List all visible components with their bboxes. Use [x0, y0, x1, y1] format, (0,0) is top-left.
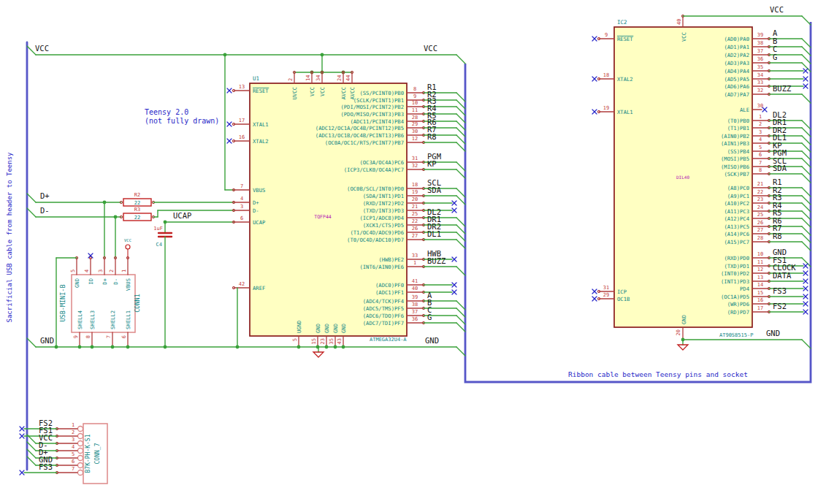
u1-footprint: TQFP44	[314, 214, 332, 220]
u1-pin-name: GND	[332, 324, 339, 333]
u1-pin-number: 31	[412, 156, 418, 161]
u1-pin-number: 33	[412, 253, 418, 259]
schematic-canvas: VCCVCCD+D-R222R322UCAP1uFC4VCCUSB-MINI-B…	[0, 0, 826, 504]
u1-pin-name: (XCK1/CTS)PD5	[363, 222, 404, 229]
r2-value: 22	[134, 200, 140, 206]
u1-pin-name: UVCC	[291, 87, 298, 99]
u1-pin-name: GND	[324, 324, 330, 333]
ic2-pin-number: 2	[759, 121, 762, 127]
ic2-pin-name: (A9)PC1	[727, 193, 749, 199]
u1-pin-number: 37	[412, 309, 418, 315]
u1-pin-name: (T0/OC4D/ADC10)PD7	[347, 237, 404, 243]
u1-pin-name: GND	[340, 324, 347, 333]
ic2-pin-number: 39	[757, 32, 763, 38]
ic2-pin-number: 13	[757, 275, 763, 280]
ic2-pin-name: ALE	[740, 107, 749, 113]
con1-pin-name: SHELL3	[89, 310, 96, 329]
ic2-pin-number: 31	[603, 285, 609, 291]
ic2-pin-name: GND	[681, 315, 687, 324]
ic2-pin-name: (AD4)PA4	[724, 68, 749, 75]
ic2-pin-name: (T0)PB0	[727, 118, 749, 124]
u1-pin-name: (PDI/MOSI/PCINT2)PB2	[340, 104, 404, 110]
ic2-pin-number: 10	[757, 251, 763, 257]
ic2-pin-number: 33	[757, 80, 763, 85]
ic2-pin-number: 17	[757, 305, 763, 311]
con1-pin-name: SHELL4	[77, 310, 83, 329]
ic2-pin-name: (A8)PC0	[727, 185, 749, 191]
ic2-pin-number: 38	[757, 40, 763, 46]
net-label-vcc: VCC	[770, 5, 784, 14]
ic2-pin-name: (RD)PD7	[727, 309, 749, 316]
net-label-gnd: GND	[425, 336, 439, 345]
conn7-pin-number: 4	[72, 444, 74, 450]
ic2-pin-name: (AD2)PA2	[724, 52, 749, 58]
ic2-pin-number: 30	[757, 103, 763, 109]
ic2-pin-name: XTAL2	[617, 76, 633, 83]
u1-pin-number: 28	[412, 115, 418, 121]
r2-ref: R2	[134, 192, 140, 198]
con1-pin-name: VBUS	[125, 278, 131, 291]
ic2-pin-number: 36	[757, 56, 763, 62]
net-label-sda: SDA	[773, 164, 787, 172]
ic2-pin-number: 6	[759, 152, 762, 158]
u1-pin-name: (ADC7/TDI)PF7	[363, 320, 404, 327]
ic2-ref: IC2	[617, 19, 627, 26]
u1-pin-number: 27	[412, 233, 418, 239]
net-label-buzz: BUZZ	[773, 84, 791, 93]
con1-ref: CONN1	[134, 294, 141, 313]
u1-pin-number: 25	[412, 211, 418, 217]
u1-pin-name: XTAL1	[253, 121, 269, 128]
ic2-pin-name: (AD0)PA0	[724, 36, 749, 42]
con1-pin-name: SHELL2	[110, 310, 116, 329]
u1-pin-name: VCC	[319, 87, 326, 96]
u1-pin-number: 23	[320, 338, 326, 344]
con1-pin-number: 1	[121, 270, 127, 272]
ic2-pin-name: (AD6)PA6	[724, 83, 749, 90]
junction-dot	[334, 345, 337, 349]
ic2-pin-number: 26	[757, 220, 763, 226]
u1-pin-number: 19	[412, 189, 418, 195]
ic2-pin-name: (A13)PC5	[724, 224, 749, 230]
ic2-pin-name: VCC	[681, 32, 687, 42]
con1-pin-number: 3	[98, 270, 104, 272]
net-label-fs3: FS3	[773, 286, 787, 295]
u1-pin-number: 14	[305, 75, 311, 81]
conn7-value: B7K-PH-K-S1	[85, 434, 91, 473]
junction-dot	[325, 345, 329, 349]
u1-pin-name: AVCC	[340, 87, 347, 99]
ic2-pin-name: (OC1A)PD5	[721, 294, 749, 300]
u1-pin-name: VCC	[309, 87, 316, 96]
con1-pin-number: 9	[73, 335, 79, 338]
u1-pin-number: 21	[412, 204, 418, 210]
ic2-pin-name: OC1B	[617, 296, 630, 302]
net-label-vcc: VCC	[35, 44, 49, 53]
u1-ref: U1	[253, 75, 259, 82]
ic2-pin-number: 29	[603, 292, 609, 298]
u1-pin-name: GND	[315, 324, 321, 333]
u1-pin-number: 40	[412, 286, 418, 291]
note-teensy: Teensy 2.0	[145, 108, 188, 116]
ic2-pin-number: 1	[759, 114, 762, 120]
net-label-buzz: BUZZ	[427, 256, 445, 265]
u1-pin-name: (ICP1/ADC8)PD4	[359, 215, 404, 221]
r3-ref: R3	[134, 207, 140, 213]
ic2-pin-name: (WR)PD6	[727, 301, 749, 308]
u1-pin-name: (OC3A/OC4A)PC6	[359, 159, 404, 166]
ic2-pin-name: (SCK)PB7	[724, 171, 749, 177]
net-label-gnd: GND	[766, 329, 780, 337]
ic2-pin-name: (T1)PB1	[727, 125, 749, 131]
u1-pin-number: 8	[413, 86, 416, 92]
ic2-pin-number: 24	[757, 205, 763, 210]
ic2-footprint: DIL40	[676, 175, 689, 180]
ic2-pin-name: (AD1)PA1	[724, 44, 749, 50]
u1-pin-name: (ADC5/TMS)PF5	[363, 305, 404, 312]
ic2-pin-name: (AD7)PA7	[724, 91, 749, 98]
net-label-g: G	[773, 53, 777, 61]
ic2-pin-number: 9	[605, 32, 608, 38]
ic2-pin-name: (TXD)PD1	[724, 263, 749, 270]
junction-dot	[342, 345, 345, 349]
u1-pin-number: 3	[240, 204, 243, 210]
u1-pin-name: (TXD/INT3)PD3	[363, 207, 404, 214]
note-teensy: (not fully drawn)	[145, 117, 219, 125]
ic2-pin-name: RESET	[617, 36, 633, 42]
